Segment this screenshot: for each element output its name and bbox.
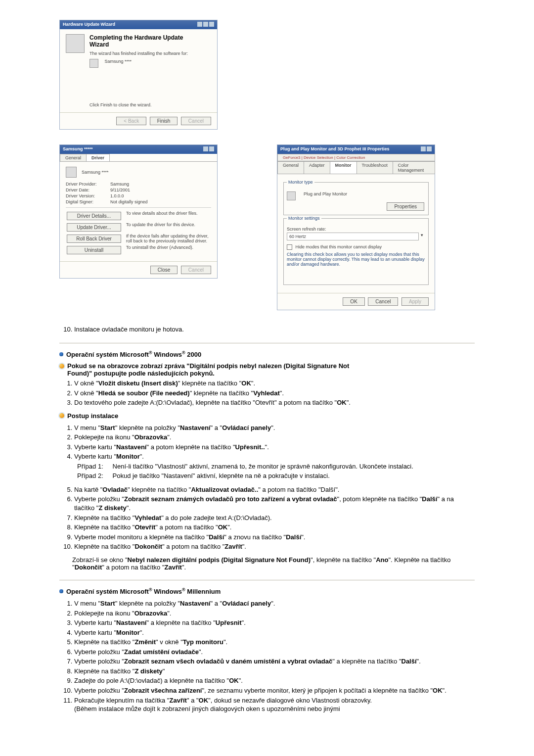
wizard-line1: The wizard has finished installing the s…	[89, 51, 211, 56]
tab-colormgmt[interactable]: Color Management	[393, 161, 435, 174]
tabs-row-top[interactable]: GeForce3 | Device Selection | Color Corr…	[277, 154, 435, 161]
refresh-rate-select[interactable]: 60 Hertz	[287, 233, 419, 240]
install-steps-1: V menu "Start" klepněte na položky "Nast…	[59, 424, 475, 480]
k-provider: Driver Provider:	[66, 182, 110, 187]
finish-button[interactable]: Finish	[150, 117, 178, 125]
window-controls	[196, 22, 214, 28]
win2000-heading: Operační systém Microsoft® Windows® 2000	[59, 350, 475, 358]
close-button[interactable]: Close	[150, 266, 178, 274]
case2-text: Pokud je tlačítko "Nastavení" aktivní, k…	[111, 472, 330, 479]
win2000-h-c: 2000	[187, 351, 201, 358]
update-driver-button[interactable]: Update Driver...	[67, 223, 121, 232]
rollback-driver-button[interactable]: Roll Back Driver	[67, 235, 121, 243]
v-provider: Samsung	[110, 182, 129, 187]
sig-step-3: Do textového pole zadejte A:(D:\Ovladač)…	[74, 398, 475, 407]
inst-4: Vyberte kartu "Monitor". Případ 1: Není-…	[74, 452, 475, 480]
wizard-device: Samsung ****	[105, 59, 132, 64]
driver-tabs: General Driver	[60, 154, 217, 162]
tab-driver[interactable]: Driver	[86, 154, 110, 161]
case1-label: Případ 1:	[77, 462, 111, 471]
monitor-settings-group: Monitor settings	[287, 216, 321, 221]
tab-general-2[interactable]: General	[277, 161, 304, 174]
me-9: Zadejte do pole A:\(D:\ovladač) a klepně…	[74, 676, 475, 685]
wizard-icon	[66, 34, 85, 53]
inst-1: V menu "Start" klepněte na položky "Nast…	[74, 424, 475, 432]
wizard-line2: Click Finish to close the wizard.	[89, 102, 211, 107]
uninstall-button[interactable]: Uninstall	[67, 246, 121, 254]
winme-h-b: Windows	[154, 588, 182, 595]
note-line1: Pokud se na obrazovce zobrazí zpráva "Di…	[67, 362, 349, 370]
driver-details-button[interactable]: Driver Details...	[67, 212, 121, 220]
cancel-button-3[interactable]: Cancel	[368, 297, 398, 306]
tab-adapter[interactable]: Adapter	[304, 161, 330, 174]
me-10: Vyberte položku "Zobrazit všechna zaříze…	[74, 686, 475, 695]
k-version: Driver Version:	[66, 193, 110, 198]
note-line2: Found)" postupujte podle následujících p…	[67, 370, 215, 377]
case1-text: Není-li tlačítko "Vlastnosti" aktivní, z…	[111, 463, 413, 470]
inst-5: Na kartě "Ovladač" klepněte na tlačítko …	[74, 485, 475, 494]
monitor-icon-2	[287, 191, 296, 200]
me-11: Pokračujte klepnutím na tlačítka "Zavřít…	[74, 696, 475, 713]
hide-modes-label: Hide modes that this monitor cannot disp…	[296, 244, 382, 249]
update-driver-text: To update the driver for this device.	[122, 222, 211, 233]
step-10: Instalace ovladače monitoru je hotova.	[74, 325, 475, 334]
monitor-icon	[66, 167, 77, 178]
inst-8: Klepněte na tlačítko "Otevřít" a potom n…	[74, 523, 475, 532]
win2000-h-b: Windows	[154, 351, 182, 358]
wizard-dialog: Hardware Update Wizard Completing the Ha…	[59, 20, 218, 130]
monitor-type-value: Plug and Play Monitor	[301, 191, 425, 200]
tab-monitor[interactable]: Monitor	[330, 161, 357, 174]
k-date: Driver Date:	[66, 188, 110, 192]
case2-label: Případ 2:	[77, 472, 111, 480]
k-signer: Digital Signer:	[66, 199, 110, 204]
refresh-label: Screen refresh rate:	[287, 227, 425, 232]
inst-10: Klepněte na tlačítko "Dokončit" a potom …	[74, 542, 475, 551]
me-5: Klepněte na tlačítko "Změnit" v okně "Ty…	[74, 638, 475, 647]
cancel-button-2[interactable]: Cancel	[181, 266, 211, 274]
install-heading-text: Postup instalace	[67, 412, 118, 420]
tab-troubleshoot[interactable]: Troubleshoot	[356, 161, 393, 174]
winme-heading: Operační systém Microsoft® Windows® Mill…	[59, 587, 475, 595]
winme-h-a: Operační systém Microsoft	[66, 588, 149, 595]
monitor-type-group: Monitor type	[287, 180, 314, 185]
driver-props-title: Samsung *****	[63, 146, 93, 152]
ok-button[interactable]: OK	[343, 297, 364, 306]
note-icon	[59, 364, 64, 369]
me-2: Poklepejte na ikonu "Obrazovka".	[74, 609, 475, 618]
signature-note-steps: V okně "Vložit disketu (Insert disk)" kl…	[59, 379, 475, 407]
me-3: Vyberte kartu "Nastavení" a klepněte na …	[74, 618, 475, 627]
tab-general[interactable]: General	[60, 154, 87, 161]
hide-modes-desc: Clearing this check box allows you to se…	[287, 252, 425, 267]
chevron-down-icon[interactable]: ▾	[419, 233, 425, 240]
winme-h-c: Millennium	[187, 588, 221, 595]
inst-3: Vyberte kartu "Nastavení" a potom klepně…	[74, 443, 475, 452]
properties-button[interactable]: Properties	[387, 202, 424, 211]
monitor-props-title: Plug and Play Monitor and 3D Prophet III…	[280, 146, 390, 152]
wizard-final-step-list: Instalace ovladače monitoru je hotova.	[59, 325, 475, 334]
cancel-button[interactable]: Cancel	[181, 117, 211, 125]
bullet-icon-2	[59, 589, 63, 593]
me-6: Vyberte položku "Zadat umístění ovladače…	[74, 648, 475, 657]
v-version: 1.0.0.0	[110, 193, 124, 198]
install-bullet-icon	[59, 413, 64, 418]
me-11-paren: (Během instalace může dojít k zobrazení …	[74, 705, 340, 712]
uninstall-text: To uninstall the driver (Advanced).	[122, 245, 211, 255]
sig-step-2: V okně "Hledá se soubor (File needed)" k…	[74, 389, 475, 398]
monitor-mini-icon	[89, 59, 98, 68]
install-steps-2: Na kartě "Ovladač" klepněte na tlačítko …	[59, 485, 475, 551]
bullet-icon	[59, 352, 63, 356]
hide-modes-checkbox[interactable]	[287, 244, 292, 250]
install-heading: Postup instalace	[59, 412, 475, 420]
v-signer: Not digitally signed	[110, 199, 148, 204]
monitor-properties-dialog: Plug and Play Monitor and 3D Prophet III…	[277, 144, 435, 310]
driver-details-text: To view details about the driver files.	[122, 211, 211, 221]
wizard-heading: Completing the Hardware Update Wizard	[89, 34, 188, 48]
apply-button[interactable]: Apply	[401, 297, 429, 306]
inst-2: Poklepejte na ikonu "Obrazovka".	[74, 433, 475, 442]
wizard-title: Hardware Update Wizard	[63, 22, 115, 28]
inst-9: Vyberte model monitoru a klepněte na tla…	[74, 533, 475, 542]
me-4: Vyberte kartu "Monitor".	[74, 628, 475, 637]
back-button[interactable]: < Back	[116, 117, 146, 125]
wizard-titlebar: Hardware Update Wizard	[60, 20, 217, 29]
v-date: 9/11/2001	[110, 188, 130, 192]
